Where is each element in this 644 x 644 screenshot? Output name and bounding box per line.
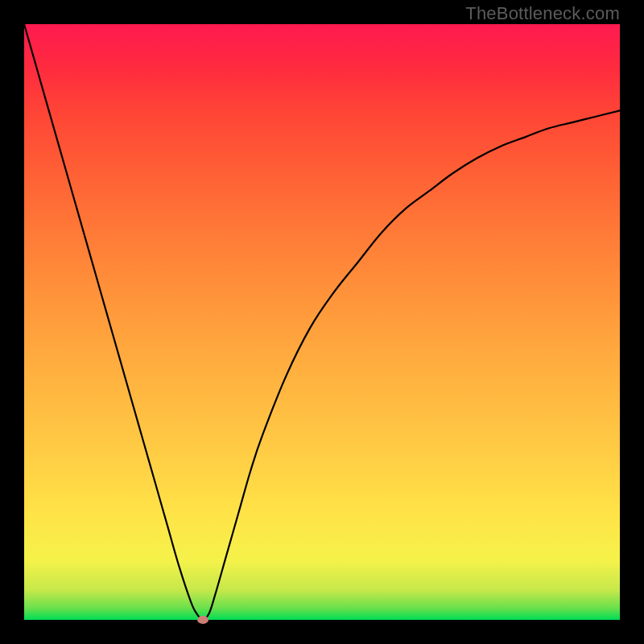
- watermark-label: TheBottleneck.com: [465, 3, 620, 24]
- chart-frame: TheBottleneck.com: [0, 0, 644, 644]
- minimum-marker: [197, 616, 208, 624]
- plot-area: [24, 24, 620, 620]
- bottleneck-curve: [24, 24, 620, 620]
